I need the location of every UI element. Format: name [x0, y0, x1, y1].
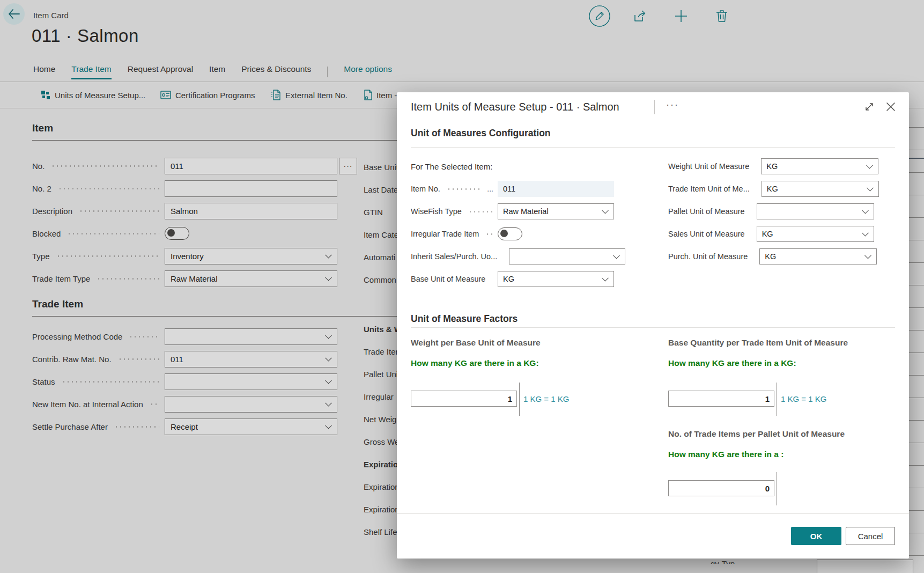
- field-weight-uom: Weight Unit of Measure KG: [668, 155, 873, 178]
- field-sales-uom: Sales Unit of Measure KG: [668, 223, 873, 245]
- close-icon[interactable]: [884, 100, 898, 114]
- chevron-down-icon: [602, 207, 609, 214]
- weight-factor-equation: 1 KG = 1 KG: [523, 394, 569, 403]
- chevron-down-icon: [864, 252, 871, 259]
- dialog-title-divider: [654, 100, 655, 114]
- field-base-uom: Base Unit of Measure KG: [411, 268, 614, 290]
- field-wisefish-type: WiseFish Type Raw Material: [411, 200, 614, 223]
- pallet-uom-select[interactable]: [757, 203, 874, 219]
- dialog-more-icon[interactable]: ···: [666, 99, 679, 111]
- field-pallet-uom: Pallet Unit of Measure: [668, 200, 873, 223]
- base-qty-caption: Base Quantity per Trade Item Unit of Mea…: [668, 338, 848, 348]
- pallet-factor-caption: No. of Trade Items per Pallet Unit of Me…: [668, 429, 845, 439]
- weight-factor-input[interactable]: 1: [411, 391, 517, 407]
- field-inherit-uom: Inherit Sales/Purch. Uo...: [411, 245, 614, 268]
- config-section-heading: Unit of Measures Configuration: [411, 128, 551, 139]
- factors-section-heading: Unit of Measure Factors: [411, 313, 518, 325]
- weight-uom-select[interactable]: KG: [761, 158, 878, 174]
- ok-button[interactable]: OK: [791, 527, 841, 545]
- pallet-factor-input[interactable]: 0: [668, 480, 774, 496]
- field-purch-uom: Purch. Unit of Measure KG: [668, 245, 873, 268]
- base-qty-input[interactable]: 1: [668, 391, 774, 407]
- weight-factor-caption: Weight per Base Unit of Measure: [411, 338, 541, 348]
- base-uom-select[interactable]: KG: [498, 271, 614, 287]
- field-irregular-trade-item: Irregular Trade Item: [411, 223, 614, 245]
- weight-factor-question: How many KG are there in a KG:: [411, 358, 539, 368]
- trade-item-uom-select[interactable]: KG: [762, 181, 879, 197]
- chevron-down-icon: [866, 162, 873, 169]
- purch-uom-select[interactable]: KG: [759, 248, 877, 265]
- sales-uom-select[interactable]: KG: [757, 226, 874, 242]
- config-right-column: Weight Unit of Measure KG Trade Item Uni…: [668, 155, 873, 268]
- wisefish-type-select[interactable]: Raw Material: [498, 203, 614, 219]
- item-no-readonly-field: 011: [498, 181, 614, 197]
- assist-ellipsis[interactable]: ...: [487, 185, 493, 193]
- base-qty-equation: 1 KG = 1 KG: [781, 394, 826, 403]
- cancel-button[interactable]: Cancel: [846, 527, 895, 545]
- base-qty-question: How many KG are there in a KG:: [668, 358, 796, 368]
- uom-setup-dialog: Item Units of Measure Setup - 011 · Salm…: [397, 92, 909, 559]
- expand-icon[interactable]: [862, 100, 876, 114]
- field-trade-item-uom: Trade Item Unit of Me... KG: [668, 178, 873, 200]
- chevron-down-icon: [867, 185, 874, 192]
- chevron-down-icon: [602, 275, 609, 282]
- dialog-title: Item Units of Measure Setup - 011 · Salm…: [411, 101, 619, 113]
- chevron-down-icon: [862, 230, 869, 237]
- pallet-factor-question: How many KG are there in a :: [668, 450, 783, 459]
- item-card-screen: Item Card 011 · Salmon Home Trade Item R…: [0, 0, 924, 573]
- irregular-trade-item-toggle[interactable]: [498, 227, 522, 240]
- chevron-down-icon: [613, 252, 620, 259]
- chevron-down-icon: [862, 207, 869, 214]
- field-item-no: Item No. ... 011: [411, 178, 614, 200]
- for-selected-item-label: For The Selected Item:: [411, 162, 492, 171]
- config-left-column: For The Selected Item: Item No. ... 011 …: [411, 155, 614, 290]
- inherit-uom-select[interactable]: [509, 248, 625, 265]
